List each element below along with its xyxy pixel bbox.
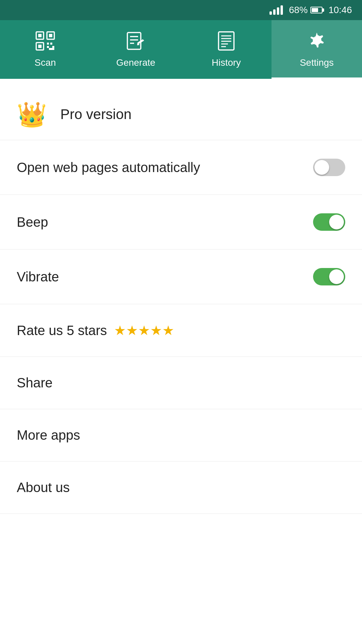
star-icons: ★★★★★	[114, 323, 174, 338]
tab-scan-label: Scan	[35, 57, 56, 68]
pro-version-row[interactable]: 👑 Pro version	[0, 89, 362, 140]
svg-rect-11	[127, 33, 141, 49]
svg-rect-10	[49, 48, 52, 50]
tab-generate-label: Generate	[116, 57, 156, 68]
toggle-beep[interactable]	[313, 213, 345, 231]
toggle-knob-open-web-pages	[314, 160, 329, 175]
more-apps-row[interactable]: More apps	[0, 409, 362, 461]
rate-us-label: Rate us 5 stars ★★★★★	[17, 323, 174, 338]
tab-generate[interactable]: Generate	[90, 20, 181, 79]
open-web-pages-label: Open web pages automatically	[17, 160, 200, 175]
battery-container: 68%	[289, 5, 322, 15]
settings-icon	[307, 31, 326, 53]
beep-label: Beep	[17, 215, 48, 230]
battery-icon	[310, 7, 322, 13]
toggle-knob-vibrate	[329, 269, 344, 284]
tab-settings[interactable]: Settings	[272, 20, 362, 79]
status-bar: 68% 10:46	[0, 0, 362, 20]
tab-scan[interactable]: Scan	[0, 20, 90, 79]
pro-version-label: Pro version	[60, 106, 131, 122]
tab-history[interactable]: History	[181, 20, 272, 79]
svg-rect-8	[50, 43, 52, 45]
signal-icon	[269, 5, 283, 15]
nav-tabs: Scan Generate History	[0, 20, 362, 79]
toggle-open-web-pages[interactable]	[313, 159, 345, 176]
rate-us-row[interactable]: Rate us 5 stars ★★★★★	[0, 304, 362, 357]
more-apps-label: More apps	[17, 428, 80, 442]
history-icon	[217, 31, 236, 53]
svg-rect-5	[38, 45, 42, 48]
clock: 10:46	[328, 5, 352, 15]
scan-icon	[36, 31, 55, 53]
about-us-row[interactable]: About us	[0, 462, 362, 514]
main-content: 👑 Pro version Open web pages automatical…	[0, 79, 362, 524]
generate-icon	[126, 31, 145, 53]
vibrate-label: Vibrate	[17, 269, 59, 284]
divider-8	[0, 514, 362, 514]
svg-rect-6	[47, 43, 49, 45]
toggle-knob-beep	[329, 215, 344, 229]
setting-beep[interactable]: Beep	[0, 195, 362, 249]
svg-rect-9	[52, 46, 54, 50]
tab-history-label: History	[212, 57, 241, 68]
setting-vibrate[interactable]: Vibrate	[0, 250, 362, 304]
battery-percent: 68%	[289, 5, 308, 15]
setting-open-web-pages[interactable]: Open web pages automatically	[0, 140, 362, 195]
svg-rect-7	[47, 46, 49, 48]
share-row[interactable]: Share	[0, 357, 362, 409]
toggle-vibrate[interactable]	[313, 268, 345, 285]
share-label: Share	[17, 375, 53, 390]
svg-rect-1	[38, 34, 42, 37]
about-us-label: About us	[17, 480, 70, 495]
svg-rect-3	[49, 34, 52, 37]
crown-icon: 👑	[17, 102, 47, 126]
tab-settings-label: Settings	[300, 57, 334, 68]
